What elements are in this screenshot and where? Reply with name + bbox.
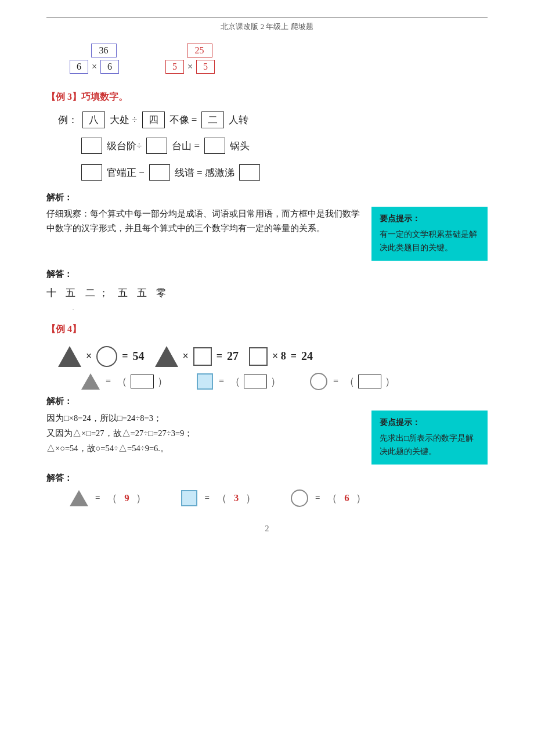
mult-left-1: 6 bbox=[70, 60, 88, 74]
lparen-3: （ bbox=[344, 375, 355, 388]
ex3-blank-1[interactable] bbox=[81, 138, 102, 154]
ex3-tip-text: 有一定的文学积累基础是解决此类题目的关键。 bbox=[380, 228, 479, 255]
ex3-demo-label: 例： bbox=[58, 113, 78, 127]
eq2-equals: = bbox=[217, 350, 222, 362]
rparen-ans-3: ） bbox=[356, 491, 366, 505]
square-icon-2 bbox=[249, 347, 268, 366]
lparen-ans-2: （ bbox=[217, 491, 227, 505]
square-icon-1 bbox=[193, 347, 212, 366]
ex3-char-2: 四 bbox=[142, 111, 165, 128]
ex3-answer-title: 解答： bbox=[46, 269, 488, 280]
page-header: 北京课改版 2 年级上 爬坡题 bbox=[46, 17, 488, 32]
ex4-analysis-title: 解析： bbox=[46, 396, 488, 407]
circle-icon-1 bbox=[96, 346, 117, 367]
ex4-tip-text: 先求出□所表示的数字是解决此题的关键。 bbox=[380, 432, 479, 459]
mult-group-1: 36 6 × 6 bbox=[70, 44, 119, 74]
triangle-icon-1 bbox=[58, 346, 81, 367]
mult-group-2: 25 5 × 5 bbox=[165, 44, 215, 74]
eq1-op1: × bbox=[86, 350, 92, 362]
square-icon-blank bbox=[197, 373, 213, 390]
mult-left-2: 5 bbox=[165, 60, 184, 74]
lparen-1: （ bbox=[117, 375, 127, 388]
ex4-analysis-text: 因为□×8=24，所以□=24÷8=3； 又因为△×□=27，故△=27÷□=2… bbox=[46, 411, 362, 456]
triangle-blank-group: = （ ） bbox=[81, 373, 168, 390]
ex3-answer: 解答： 十 五 二； 五 五 零 ． bbox=[46, 269, 488, 313]
lparen-2: （ bbox=[230, 375, 240, 388]
page: 北京课改版 2 年级上 爬坡题 36 6 × 6 25 5 × 5 bbox=[0, 0, 534, 756]
circle-answer-blank[interactable] bbox=[358, 375, 381, 388]
square-blank-group: = （ ） bbox=[197, 373, 281, 390]
lparen-ans-1: （ bbox=[107, 491, 117, 505]
ex3-dot: ． bbox=[70, 303, 488, 313]
ex4-answer-title: 解答： bbox=[46, 473, 488, 484]
header-title: 北京课改版 2 年级上 爬坡题 bbox=[221, 22, 313, 31]
ex4-answer-blanks: = （ ） = （ ） = （ ） bbox=[81, 373, 453, 390]
triangle-icon-answer bbox=[70, 490, 88, 506]
ex4-answer-values-row: = （ 9 ） = （ 3 ） = （ 6 ） bbox=[70, 489, 464, 507]
eq2-result: 27 bbox=[227, 350, 239, 363]
ex3-blank-2[interactable] bbox=[146, 138, 167, 154]
triangle-answer-blank[interactable] bbox=[131, 375, 154, 388]
ex4-analysis: 解析： 因为□×8=24，所以□=24÷8=3； 又因为△×□=27，故△=27… bbox=[46, 396, 488, 465]
rparen-2: ） bbox=[270, 375, 281, 388]
eq1: × = 54 bbox=[58, 346, 145, 367]
eq-sign-1: = bbox=[106, 376, 111, 387]
ex3-analysis-body: 仔细观察：每个算式中每一部分均是成语、词语或日常用语，而方框中是我们数学中数字的… bbox=[46, 207, 488, 261]
triangle-icon-blank bbox=[81, 373, 100, 390]
eq2-op1: × bbox=[183, 350, 189, 362]
circle-answer-group: = （ 6 ） bbox=[291, 489, 366, 507]
eq3-equals: = bbox=[291, 350, 297, 362]
circle-icon-blank bbox=[310, 373, 327, 390]
mult-result-1: 36 bbox=[91, 44, 117, 57]
example3-header: 【例 3】巧填数字。 bbox=[46, 91, 488, 103]
circle-icon-answer bbox=[291, 489, 308, 507]
mult-op-2: × bbox=[187, 62, 193, 72]
square-answer-group: = （ 3 ） bbox=[181, 490, 255, 506]
example4-header: 【例 4】 bbox=[46, 323, 488, 336]
rparen-ans-2: ） bbox=[246, 491, 256, 505]
ex4-tip-title: 要点提示： bbox=[380, 416, 479, 430]
rparen-1: ） bbox=[157, 375, 168, 388]
ex3-blank-4[interactable] bbox=[81, 164, 102, 181]
ex3-tip-title: 要点提示： bbox=[380, 213, 479, 226]
ex3-row-2: 官端正 − 线谱 = 感激涕 bbox=[81, 164, 488, 181]
example3-section: 【例 3】巧填数字。 例： 八 大处 ÷ 四 不像 = 二 人转 级台阶÷ 台山… bbox=[46, 91, 488, 181]
ex3-blank-5[interactable] bbox=[149, 164, 170, 181]
triangle-val: 9 bbox=[121, 492, 132, 504]
ex4-analysis-body: 因为□×8=24，所以□=24÷8=3； 又因为△×□=27，故△=27÷□=2… bbox=[46, 411, 488, 465]
square-answer-blank[interactable] bbox=[244, 375, 267, 388]
triangle-answer-group: = （ 9 ） bbox=[70, 490, 146, 506]
square-icon-answer bbox=[181, 490, 197, 506]
eq3-result: 24 bbox=[301, 350, 313, 363]
ex3-blank-3[interactable] bbox=[204, 138, 225, 154]
eq-sign-2: = bbox=[219, 376, 224, 387]
eq-sign-3: = bbox=[333, 376, 338, 387]
ex4-equations-row: × = 54 × = 27 × 8 = 24 bbox=[58, 346, 488, 367]
eq1-result: 54 bbox=[133, 350, 145, 363]
ex3-analysis: 解析： 仔细观察：每个算式中每一部分均是成语、词语或日常用语，而方框中是我们数学… bbox=[46, 192, 488, 261]
eq-ans-1: = bbox=[95, 493, 100, 503]
ex4-answer: 解答： = （ 9 ） = （ 3 ） = （ bbox=[46, 473, 488, 507]
triangle-icon-2 bbox=[155, 346, 178, 367]
circle-val: 6 bbox=[341, 492, 352, 504]
eq-ans-3: = bbox=[315, 493, 320, 503]
ex3-answer-text: 十 五 二； 五 五 零 bbox=[46, 283, 488, 303]
rparen-3: ） bbox=[385, 375, 395, 388]
eq1-equals: = bbox=[122, 350, 128, 362]
eq3-op1: × 8 bbox=[272, 350, 286, 362]
lparen-ans-3: （ bbox=[327, 491, 337, 505]
page-number: 2 bbox=[46, 524, 488, 534]
circle-blank-group: = （ ） bbox=[310, 373, 395, 390]
ex3-blank-6[interactable] bbox=[239, 164, 260, 181]
ex3-analysis-title: 解析： bbox=[46, 192, 488, 203]
mult-section: 36 6 × 6 25 5 × 5 bbox=[70, 44, 488, 74]
ex4-tip-box: 要点提示： 先求出□所表示的数字是解决此题的关键。 bbox=[371, 411, 488, 465]
eq-ans-2: = bbox=[204, 493, 209, 503]
mult-right-2: 5 bbox=[196, 60, 215, 74]
mult-op-1: × bbox=[92, 62, 97, 72]
mult-result-2: 25 bbox=[187, 44, 212, 57]
eq2: × = 27 bbox=[155, 346, 239, 367]
rparen-ans-1: ） bbox=[136, 491, 146, 505]
ex3-char-1: 八 bbox=[82, 111, 105, 128]
ex3-row-1: 级台阶÷ 台山 = 锅头 bbox=[81, 138, 488, 154]
